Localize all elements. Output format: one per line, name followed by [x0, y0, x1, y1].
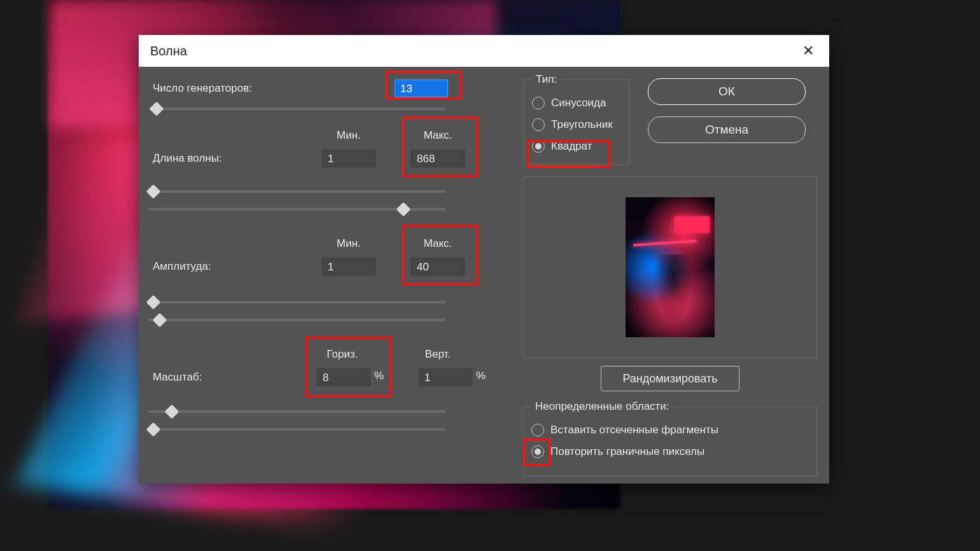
type-option-sine[interactable]: Синусоида: [532, 92, 621, 114]
button-label: Рандомизировать: [622, 372, 717, 386]
scale-h-slider-track[interactable]: [148, 410, 446, 413]
highlight-box: [402, 225, 478, 286]
percent-sign: %: [374, 370, 384, 382]
wavelength-max-slider-thumb[interactable]: [396, 202, 411, 217]
type-legend: Тип:: [532, 73, 561, 86]
horiz-label: Гориз.: [317, 348, 368, 361]
dialog-title: Волна: [150, 44, 187, 59]
radio-label: Вставить отсеченные фрагменты: [550, 424, 718, 436]
highlight-box: [402, 116, 478, 178]
button-label: Отмена: [705, 123, 748, 137]
amplitude-min-slider-track[interactable]: [148, 301, 446, 303]
highlight-box: [305, 337, 392, 398]
amplitude-max-slider-track[interactable]: [148, 319, 446, 321]
vert-label: Верт.: [412, 348, 463, 361]
radio-label: Повторить граничные пикселы: [550, 445, 704, 458]
type-fieldset: Тип: Синусоида Треугольник Квадрат: [524, 73, 629, 165]
close-icon[interactable]: ✕: [799, 40, 818, 62]
scale-v-slider-thumb[interactable]: [146, 422, 161, 437]
randomize-button[interactable]: Рандомизировать: [601, 366, 739, 391]
amplitude-max-input[interactable]: 40: [411, 258, 465, 276]
percent-sign: %: [476, 370, 486, 382]
preview-image: [626, 197, 715, 337]
preview-neon-sign: [675, 216, 710, 233]
cancel-button[interactable]: Отмена: [648, 116, 806, 143]
undefined-areas-legend: Неопределенные области:: [531, 400, 673, 413]
type-option-triangle[interactable]: Треугольник: [532, 114, 621, 136]
wavelength-min-input[interactable]: 1: [322, 150, 375, 167]
max-label: Макс.: [412, 237, 463, 250]
min-label: Мин.: [323, 129, 374, 142]
scale-horiz-input[interactable]: 8: [317, 368, 370, 386]
radio-icon: [532, 118, 545, 131]
radio-label: Синусоида: [551, 97, 606, 109]
wavelength-max-input[interactable]: 868: [411, 150, 465, 167]
preview-box: [523, 176, 817, 358]
app-canvas: Волна ✕ Число генераторов: 13 Мин. Макс.…: [0, 0, 980, 551]
radio-icon: [532, 140, 545, 153]
radio-icon: [532, 97, 545, 109]
radio-label: Треугольник: [551, 118, 613, 131]
wave-dialog: Волна ✕ Число генераторов: 13 Мин. Макс.…: [139, 35, 829, 484]
min-label: Мин.: [323, 237, 374, 250]
amplitude-min-slider-thumb[interactable]: [146, 295, 161, 310]
dialog-body: Число генераторов: 13 Мин. Макс. Длина в…: [139, 67, 829, 484]
wavelength-min-slider-thumb[interactable]: [146, 185, 161, 199]
preview-figure: [654, 255, 692, 324]
wavelength-min-slider-track[interactable]: [148, 190, 446, 193]
generators-label: Число генераторов:: [153, 82, 252, 95]
ok-button[interactable]: ОК: [648, 78, 806, 105]
preview-beam: [633, 240, 697, 247]
radio-icon: [531, 424, 544, 436]
type-option-square[interactable]: Квадрат: [532, 136, 621, 157]
amplitude-label: Амплитуда:: [153, 260, 211, 273]
scale-vert-input[interactable]: 1: [419, 368, 472, 386]
dialog-titlebar: Волна ✕: [139, 35, 829, 67]
radio-label: Квадрат: [551, 140, 592, 153]
max-label: Макс.: [412, 129, 463, 142]
amplitude-min-input[interactable]: 1: [322, 258, 375, 276]
radio-icon: [531, 445, 544, 458]
button-label: ОК: [718, 85, 735, 99]
undef-option-wrap[interactable]: Вставить отсеченные фрагменты: [531, 419, 809, 441]
generators-input[interactable]: 13: [395, 80, 448, 97]
generators-slider-thumb[interactable]: [150, 102, 164, 116]
amplitude-max-slider-thumb[interactable]: [153, 313, 167, 328]
scale-h-slider-thumb[interactable]: [165, 405, 179, 419]
scale-v-slider-track[interactable]: [148, 428, 446, 431]
undef-option-repeat[interactable]: Повторить граничные пикселы: [531, 441, 809, 463]
undefined-areas-fieldset: Неопределенные области: Вставить отсечен…: [523, 400, 817, 477]
scale-label: Масштаб:: [153, 371, 202, 384]
wavelength-label: Длина волны:: [153, 152, 222, 165]
generators-slider-track[interactable]: [148, 108, 446, 110]
